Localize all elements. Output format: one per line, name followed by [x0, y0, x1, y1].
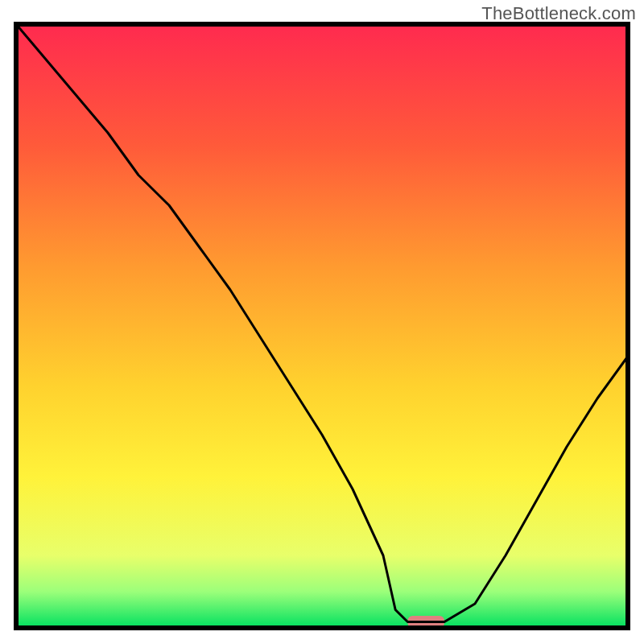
- chart-svg: [0, 0, 644, 644]
- plot-area: [16, 24, 628, 628]
- watermark-text: TheBottleneck.com: [481, 3, 636, 24]
- bottleneck-chart: TheBottleneck.com: [0, 0, 644, 644]
